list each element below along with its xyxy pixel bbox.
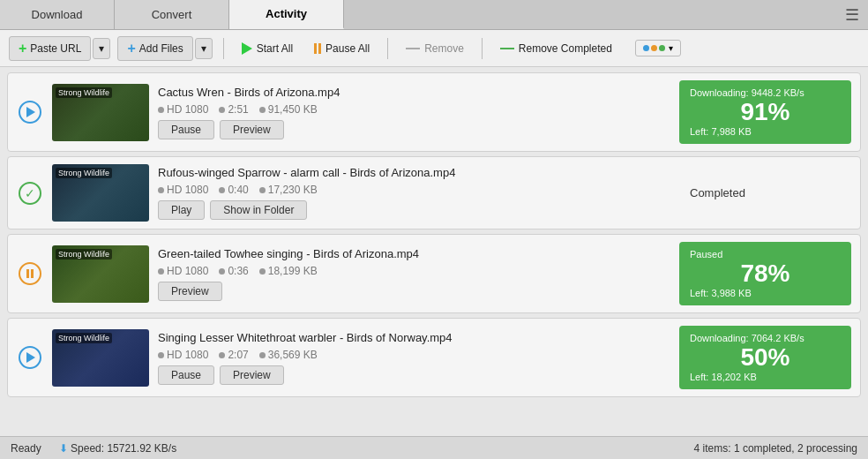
- status-percent-1: 91%: [690, 98, 841, 126]
- remove-line-icon: [406, 48, 420, 49]
- item-status-icon-4: [17, 346, 43, 369]
- item-title-1: Cactus Wren - Birds of Arizona.mp4: [158, 86, 670, 99]
- item-info-1: Cactus Wren - Birds of Arizona.mp4 HD 10…: [158, 86, 670, 139]
- meta-dot: [219, 107, 225, 113]
- remove-completed-icon: [500, 48, 514, 49]
- thumbnail-3: Strong Wildlife: [52, 245, 149, 303]
- pause-bars-3: [26, 269, 34, 278]
- item-meta-4: HD 1080 2:07 36,569 KB: [158, 349, 670, 361]
- thumbnail-1: Strong Wildlife: [52, 84, 149, 141]
- thumb-bg-2: Strong Wildlife: [52, 164, 149, 222]
- status-panel-3: Paused 78% Left: 3,988 KB: [679, 242, 851, 305]
- speed-display: ⬇ Speed: 15721.92 KB/s: [59, 442, 176, 455]
- summary-status: 4 items: 1 completed, 2 processing: [694, 442, 857, 455]
- meta-dot: [259, 268, 266, 275]
- hamburger-icon: ☰: [845, 5, 859, 25]
- play-icon-4[interactable]: [19, 346, 41, 369]
- item-list: Strong Wildlife Cactus Wren - Birds of A…: [0, 67, 868, 436]
- meta-dot: [158, 352, 164, 358]
- tab-menu-button[interactable]: ☰: [836, 0, 868, 29]
- item-meta-2: HD 1080 0:40 17,230 KB: [158, 184, 670, 196]
- preview-button-4[interactable]: Preview: [220, 365, 284, 385]
- meta-dot: [219, 187, 225, 193]
- status-top-1: Downloading: 9448.2 KB/s: [690, 87, 841, 98]
- meta-dot: [158, 187, 164, 193]
- play-icon-1[interactable]: [19, 101, 41, 124]
- start-all-button[interactable]: Start All: [235, 39, 300, 58]
- item-actions-2: Play Show in Folder: [158, 200, 670, 220]
- dot-blue: [643, 45, 649, 51]
- item-actions-3: Preview: [158, 282, 670, 301]
- play-button-2[interactable]: Play: [158, 200, 205, 220]
- add-icon: +: [127, 41, 135, 56]
- add-files-group: + Add Files ▾: [117, 36, 212, 61]
- preview-button-3[interactable]: Preview: [158, 282, 222, 301]
- meta-dot: [219, 352, 225, 358]
- tab-convert[interactable]: Convert: [115, 0, 229, 29]
- table-row: Strong Wildlife Singing Lesser Whitethro…: [7, 318, 861, 397]
- dot-orange: [651, 45, 657, 51]
- meta-dot: [259, 352, 266, 358]
- status-top-4: Downloading: 7064.2 KB/s: [690, 333, 841, 343]
- pause-icon: [314, 43, 321, 54]
- item-status-icon-2: ✓: [17, 182, 43, 205]
- dot-green: [659, 45, 665, 51]
- pause-icon-3[interactable]: [19, 262, 41, 285]
- status-panel-2: Completed: [679, 164, 851, 222]
- meta-dot: [259, 187, 266, 193]
- toolbar: + Paste URL ▾ + Add Files ▾ Start All Pa…: [0, 30, 868, 67]
- show-folder-button-2[interactable]: Show in Folder: [210, 200, 307, 220]
- item-meta-1: HD 1080 2:51 91,450 KB: [158, 103, 670, 116]
- thumb-bg-3: Strong Wildlife: [52, 245, 149, 303]
- thumbnail-4: Strong Wildlife: [52, 329, 149, 387]
- add-files-button[interactable]: + Add Files: [117, 36, 192, 61]
- tab-activity[interactable]: Activity: [229, 0, 344, 29]
- add-files-dropdown[interactable]: ▾: [195, 38, 213, 59]
- status-bottom-3: Left: 3,988 KB: [690, 288, 841, 298]
- status-percent-3: 78%: [690, 260, 841, 288]
- meta-dot: [158, 268, 164, 275]
- download-arrow-icon: ⬇: [59, 442, 68, 455]
- paste-url-dropdown[interactable]: ▾: [93, 38, 110, 59]
- status-panel-4: Downloading: 7064.2 KB/s 50% Left: 18,20…: [679, 326, 851, 389]
- item-status-icon-1: [17, 101, 43, 124]
- item-actions-1: Pause Preview: [158, 120, 670, 139]
- tab-bar: Download Convert Activity ☰: [0, 0, 868, 30]
- item-info-3: Green-tailed Towhee singing - Birds of A…: [158, 247, 670, 301]
- tab-download[interactable]: Download: [0, 0, 115, 29]
- chevron-down-icon: ▾: [669, 43, 673, 53]
- check-icon-2: ✓: [19, 182, 41, 205]
- meta-dot: [259, 107, 266, 113]
- status-panel-1: Downloading: 9448.2 KB/s 91% Left: 7,988…: [679, 80, 851, 144]
- dots-menu-button[interactable]: ▾: [635, 40, 681, 56]
- pause-button-4[interactable]: Pause: [158, 365, 214, 385]
- play-triangle-1: [26, 107, 35, 117]
- meta-dot: [158, 107, 164, 113]
- start-icon: [242, 42, 252, 55]
- item-title-3: Green-tailed Towhee singing - Birds of A…: [158, 247, 670, 260]
- pause-all-button[interactable]: Pause All: [307, 39, 377, 58]
- ready-status: Ready: [11, 442, 41, 455]
- paste-url-group: + Paste URL ▾: [9, 36, 110, 61]
- thumb-bg-1: Strong Wildlife: [52, 84, 149, 141]
- item-status-icon-3: [17, 262, 43, 285]
- table-row: ✓ Strong Wildlife Rufous-winged Sparrow …: [7, 156, 861, 230]
- preview-button-1[interactable]: Preview: [220, 120, 284, 139]
- remove-completed-button[interactable]: Remove Completed: [493, 39, 619, 58]
- paste-url-button[interactable]: + Paste URL: [9, 36, 91, 61]
- status-bar: Ready ⬇ Speed: 15721.92 KB/s 4 items: 1 …: [0, 436, 868, 459]
- item-meta-3: HD 1080 0:36 18,199 KB: [158, 265, 670, 277]
- pause-bar-left: [26, 269, 29, 278]
- dots-menu: ▾: [635, 40, 681, 56]
- item-title-2: Rufous-winged Sparrow - alarm call - Bir…: [158, 166, 670, 179]
- status-bottom-4: Left: 18,202 KB: [690, 372, 841, 382]
- pause-button-1[interactable]: Pause: [158, 120, 214, 139]
- remove-button[interactable]: Remove: [399, 39, 471, 58]
- table-row: Strong Wildlife Cactus Wren - Birds of A…: [7, 72, 861, 152]
- meta-dot: [219, 268, 225, 275]
- item-title-4: Singing Lesser Whitethroat warbler - Bir…: [158, 331, 670, 344]
- plus-icon: +: [19, 41, 26, 56]
- item-info-2: Rufous-winged Sparrow - alarm call - Bir…: [158, 166, 670, 220]
- play-triangle-4: [26, 352, 35, 363]
- separator-3: [482, 38, 483, 59]
